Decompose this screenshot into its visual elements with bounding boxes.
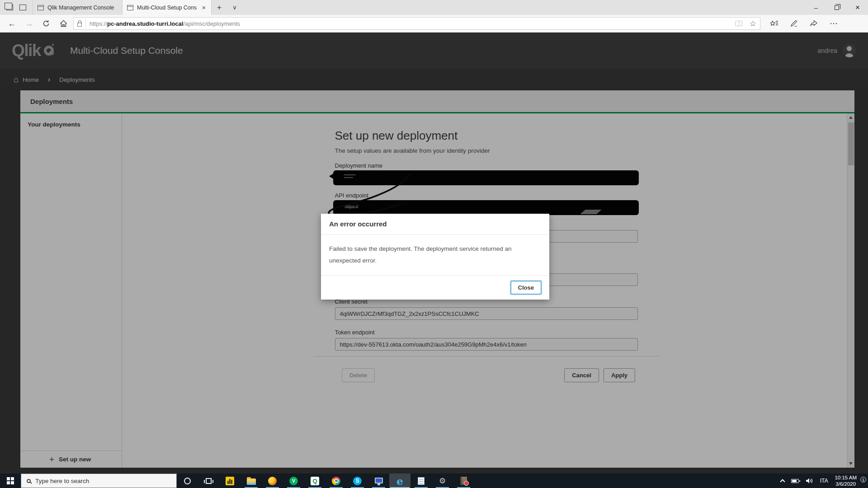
system-tray: ITA 10:15 AM 3/6/2020 1 (781, 474, 868, 488)
task-view-icon (206, 478, 212, 484)
veeam-icon: V (289, 477, 298, 485)
taskbar-item-veeam[interactable]: V (283, 474, 304, 488)
restore-icon (835, 5, 839, 10)
speaker-icon[interactable] (806, 478, 813, 484)
close-window-button[interactable]: × (847, 0, 868, 15)
taskbar-item-firefox[interactable] (262, 474, 283, 488)
firefox-icon (268, 477, 277, 485)
dialog-message: Failed to save the deployment. The deplo… (321, 235, 549, 275)
chrome-icon (332, 477, 340, 485)
battery-icon[interactable] (791, 479, 799, 483)
back-button[interactable]: ← (5, 17, 19, 30)
file-explorer-icon (247, 479, 256, 485)
language-indicator[interactable]: ITA (820, 478, 828, 484)
taskbar-item-contacts[interactable] (453, 474, 474, 488)
windows-taskbar: V Q S e ⚙ ITA 10:15 AM 3/6/2020 1 (0, 474, 868, 488)
more-options-icon[interactable]: ⋯ (830, 19, 838, 28)
url-text: https://pc-andrea.studio-turri.local/api… (90, 20, 240, 27)
new-tab-button[interactable]: + (212, 0, 227, 15)
taskbar-item-file-explorer[interactable] (241, 474, 262, 488)
taskbar-item-services[interactable]: ⚙ (432, 474, 453, 488)
taskbar-item-chrome[interactable] (326, 474, 347, 488)
tray-date: 3/6/2020 (835, 481, 856, 487)
edge-icon: e (396, 476, 403, 486)
dialog-title: An error occurred (329, 220, 387, 228)
refresh-button[interactable] (39, 17, 53, 30)
tab-preview-icon[interactable] (6, 5, 13, 10)
clock[interactable]: 10:15 AM 3/6/2020 (835, 474, 857, 488)
address-bar: ← → https://pc-andrea.studio-turri.local… (0, 15, 868, 33)
error-dialog: An error occurred Failed to save the dep… (321, 214, 549, 300)
minimize-button[interactable]: – (806, 0, 826, 15)
remote-desktop-icon (375, 478, 383, 483)
gears-icon: ⚙ (439, 477, 446, 485)
qlik-sense-icon: Q (311, 477, 319, 485)
taskbar-item-powerbi[interactable] (219, 474, 241, 488)
cortana-button[interactable] (177, 474, 198, 488)
search-input[interactable] (35, 478, 171, 484)
task-view-button[interactable] (198, 474, 219, 488)
page-icon (127, 5, 133, 10)
taskbar-item-skype[interactable]: S (347, 474, 368, 488)
search-icon (27, 479, 31, 483)
page-icon (38, 5, 44, 10)
address-book-icon (460, 477, 467, 485)
maximize-button[interactable] (826, 0, 847, 15)
taskbar-item-edge[interactable]: e (389, 474, 410, 488)
taskbar-item-qlik-sense[interactable]: Q (304, 474, 326, 488)
add-favorite-star-icon[interactable]: ☆ (750, 20, 756, 28)
tab-title: Qlik Management Console (47, 5, 118, 11)
tab-multi-cloud-setup-console[interactable]: Multi-Cloud Setup Cons × (122, 0, 212, 15)
windows-logo-icon (7, 477, 14, 484)
forward-button: → (22, 17, 36, 30)
home-button[interactable] (56, 17, 71, 30)
reading-view-icon (735, 21, 742, 26)
close-tab-icon[interactable]: × (201, 4, 207, 11)
browser-window: Qlik Management Console Multi-Cloud Setu… (0, 0, 868, 33)
lock-icon (77, 23, 82, 27)
close-button[interactable]: Close (511, 281, 541, 294)
power-bi-icon (226, 477, 234, 485)
share-icon[interactable] (810, 20, 818, 27)
set-tabs-aside-icon[interactable] (19, 5, 26, 10)
tab-title: Multi-Cloud Setup Cons (137, 5, 198, 11)
taskbar-search[interactable] (21, 474, 177, 488)
tab-strip: Qlik Management Console Multi-Cloud Setu… (0, 0, 868, 15)
taskbar-item-notepad[interactable] (410, 474, 432, 488)
home-icon (60, 20, 67, 27)
tray-time: 10:15 AM (835, 475, 857, 480)
tab-qlik-management-console[interactable]: Qlik Management Console (33, 0, 122, 15)
tab-dropdown-button[interactable]: ∨ (227, 0, 242, 15)
url-input[interactable]: https://pc-andrea.studio-turri.local/api… (73, 17, 760, 30)
cortana-icon (184, 478, 191, 484)
notification-badge: 1 (860, 477, 866, 483)
skype-icon: S (353, 477, 362, 485)
hub-favorites-icon[interactable] (770, 20, 778, 27)
tray-expand-icon[interactable] (780, 479, 785, 484)
taskbar-item-remote-desktop[interactable] (368, 474, 389, 488)
start-button[interactable] (0, 474, 21, 488)
notepad-icon (418, 477, 425, 485)
page-viewport: Qlik Multi-Cloud Setup Console andrea ⌂ … (0, 33, 868, 474)
refresh-icon (42, 20, 50, 27)
annotate-pen-icon[interactable] (790, 20, 798, 27)
